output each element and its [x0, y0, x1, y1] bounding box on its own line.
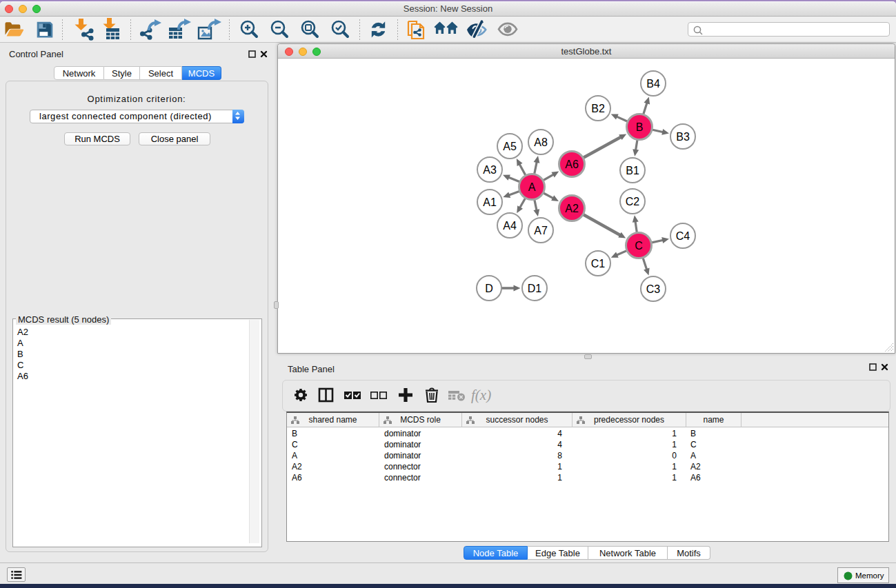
svg-text:C4: C4: [676, 230, 690, 242]
svg-text:A1: A1: [483, 196, 497, 208]
svg-text:A4: A4: [503, 220, 517, 232]
svg-text:C2: C2: [626, 196, 640, 207]
svg-text:A7: A7: [534, 225, 548, 236]
svg-text:A: A: [528, 181, 536, 193]
svg-text:A3: A3: [483, 164, 497, 176]
svg-text:B4: B4: [646, 78, 660, 90]
svg-text:C1: C1: [591, 258, 606, 270]
svg-text:B: B: [636, 121, 644, 133]
svg-text:B1: B1: [626, 165, 639, 176]
svg-text:A2: A2: [565, 203, 579, 214]
svg-text:D1: D1: [528, 283, 542, 294]
svg-text:B3: B3: [676, 131, 690, 143]
svg-text:A5: A5: [503, 141, 517, 152]
svg-text:D: D: [485, 283, 493, 294]
svg-text:A6: A6: [565, 159, 579, 170]
svg-text:B2: B2: [591, 103, 605, 114]
svg-text:C: C: [635, 240, 643, 252]
svg-text:f(x): f(x): [471, 387, 491, 403]
svg-text:C3: C3: [646, 283, 661, 295]
svg-text:A8: A8: [534, 136, 548, 148]
